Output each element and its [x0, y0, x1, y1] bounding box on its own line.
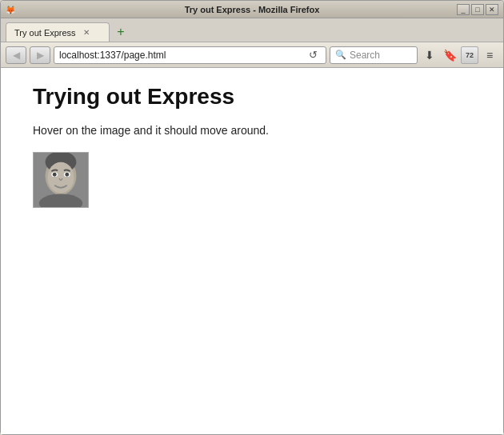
address-bar[interactable]: localhost:1337/page.html ↺: [54, 46, 326, 64]
minimize-button[interactable]: _: [457, 4, 470, 15]
app-icon: 🦊: [6, 5, 15, 14]
tab-label: Try out Express: [14, 28, 76, 38]
window-title: Try out Express - Mozilla Firefox: [185, 5, 320, 14]
back-button[interactable]: ◀: [6, 46, 26, 64]
maximize-button[interactable]: □: [471, 4, 484, 15]
search-placeholder: Search: [350, 50, 380, 61]
address-text: localhost:1337/page.html: [59, 50, 302, 61]
search-bar[interactable]: 🔍 Search: [330, 46, 418, 64]
profile-image[interactable]: [33, 152, 89, 208]
forward-button[interactable]: ▶: [30, 46, 50, 64]
browser-window: 🦊 Try out Express - Mozilla Firefox _ □ …: [0, 0, 504, 435]
svg-point-9: [65, 173, 69, 177]
reload-button[interactable]: ↺: [305, 47, 321, 63]
search-icon: 🔍: [335, 50, 346, 60]
menu-button[interactable]: ≡: [481, 46, 498, 64]
screen-size-button[interactable]: 72: [461, 46, 478, 64]
tab-close-button[interactable]: ✕: [81, 27, 92, 38]
page-heading: Trying out Express: [33, 84, 471, 110]
tab-bar: Try out Express ✕ +: [1, 18, 503, 42]
face-svg: [34, 152, 88, 208]
bookmark-button[interactable]: 🔖: [441, 46, 458, 64]
active-tab[interactable]: Try out Express ✕: [6, 22, 110, 42]
new-tab-button[interactable]: +: [113, 24, 129, 40]
close-button[interactable]: ✕: [486, 4, 498, 15]
title-bar: 🦊 Try out Express - Mozilla Firefox _ □ …: [1, 1, 503, 18]
page-content: Trying out Express Hover on the image an…: [1, 68, 503, 434]
window-controls: _ □ ✕: [457, 4, 498, 15]
page-description: Hover on the image and it should move ar…: [33, 122, 471, 139]
toolbar-icons: ⬇ 🔖 72 ≡: [421, 46, 498, 64]
svg-point-8: [53, 173, 57, 177]
download-button[interactable]: ⬇: [421, 46, 438, 64]
nav-bar: ◀ ▶ localhost:1337/page.html ↺ 🔍 Search …: [1, 42, 503, 68]
